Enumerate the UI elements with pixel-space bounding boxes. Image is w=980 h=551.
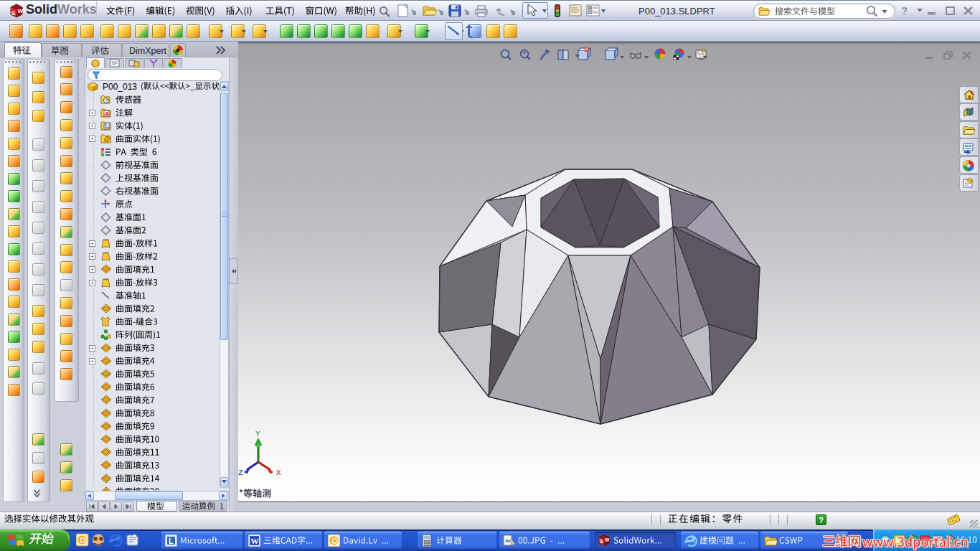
svg-text:X: X	[276, 468, 281, 477]
svg-text:W: W	[605, 537, 610, 542]
svg-text:O: O	[331, 537, 338, 545]
svg-text:Y: Y	[255, 430, 260, 438]
svg-text:W: W	[18, 8, 24, 14]
svg-text:W: W	[251, 537, 259, 545]
svg-text:L: L	[169, 537, 174, 545]
svg-text:A: A	[105, 110, 109, 117]
svg-text:S: S	[600, 539, 603, 544]
svg-text:Z: Z	[238, 468, 243, 477]
svg-text:S: S	[11, 10, 16, 17]
svg-text:O: O	[80, 536, 86, 545]
